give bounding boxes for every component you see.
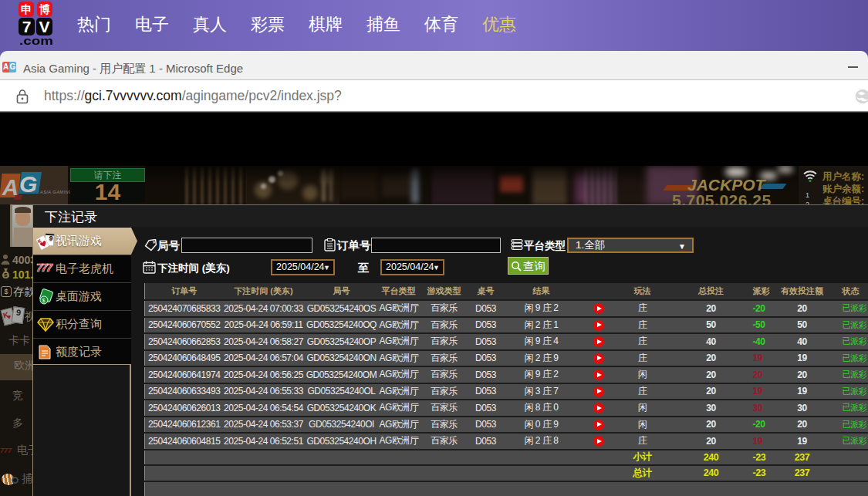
svg-text:777: 777 bbox=[36, 261, 53, 274]
svg-text:$: $ bbox=[42, 298, 46, 303]
svg-text:$: $ bbox=[4, 272, 8, 278]
svg-text:9: 9 bbox=[49, 234, 53, 241]
